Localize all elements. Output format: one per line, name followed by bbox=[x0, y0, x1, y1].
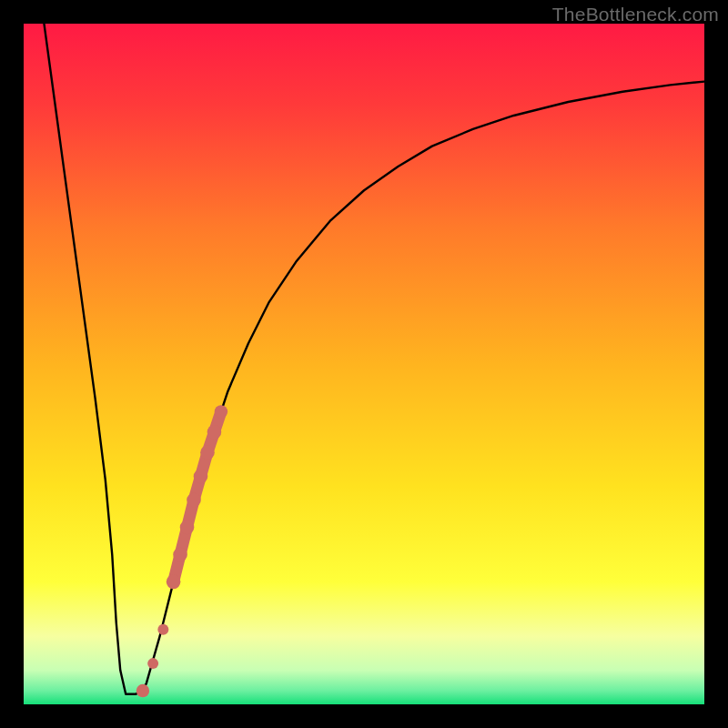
chart-svg bbox=[24, 24, 704, 704]
highlight-point bbox=[194, 470, 208, 484]
chart-container: TheBottleneck.com bbox=[0, 0, 728, 728]
highlight-point bbox=[167, 575, 181, 590]
highlight-point bbox=[215, 405, 228, 418]
gradient-background bbox=[24, 24, 704, 704]
highlight-point bbox=[136, 684, 149, 697]
highlight-point bbox=[187, 493, 201, 508]
highlight-point bbox=[180, 521, 195, 535]
highlight-point bbox=[173, 548, 187, 562]
watermark-text: TheBottleneck.com bbox=[552, 4, 719, 25]
highlight-point bbox=[207, 425, 222, 440]
plot-area bbox=[24, 24, 704, 704]
highlight-point bbox=[200, 445, 215, 460]
highlight-point bbox=[147, 658, 158, 669]
highlight-point bbox=[157, 624, 168, 635]
